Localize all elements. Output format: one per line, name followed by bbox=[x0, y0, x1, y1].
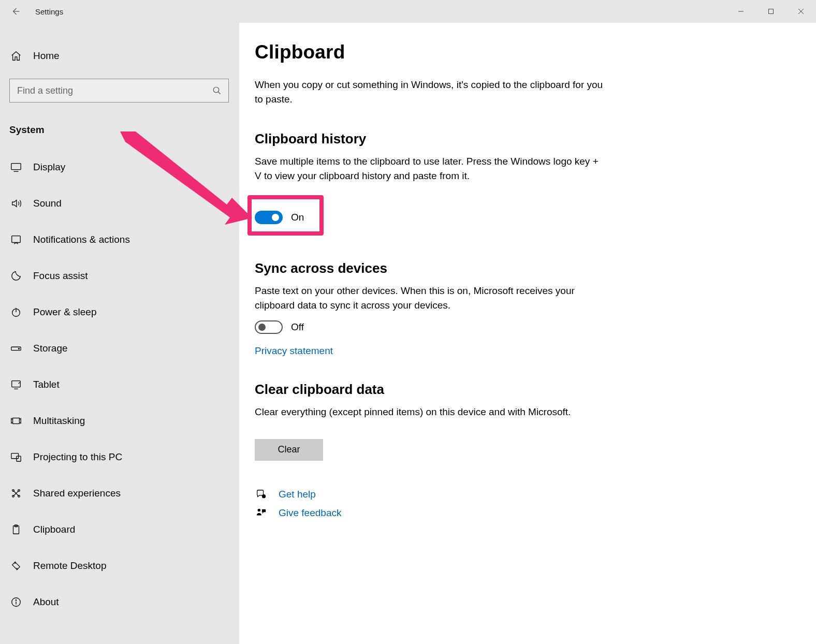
clear-desc: Clear everything (except pinned items) o… bbox=[255, 405, 607, 419]
svg-line-6 bbox=[218, 92, 221, 94]
svg-line-30 bbox=[15, 562, 20, 567]
help-icon: ? bbox=[255, 489, 267, 500]
storage-icon bbox=[9, 343, 23, 354]
sync-heading: Sync across devices bbox=[255, 260, 607, 276]
nav-list: Display Sound Notifications & actions Fo… bbox=[0, 149, 239, 620]
window-minimize-button[interactable] bbox=[726, 0, 756, 23]
back-arrow-icon bbox=[11, 7, 20, 16]
search-box[interactable] bbox=[9, 79, 229, 103]
sound-icon bbox=[9, 198, 23, 209]
sidebar-item-label: Shared experiences bbox=[33, 488, 121, 499]
sync-toggle[interactable] bbox=[255, 320, 283, 334]
history-toggle[interactable] bbox=[255, 211, 283, 224]
main-content: Clipboard When you copy or cut something… bbox=[239, 23, 816, 644]
sidebar-item-about[interactable]: About bbox=[0, 584, 239, 620]
display-icon bbox=[9, 162, 23, 173]
svg-marker-40 bbox=[263, 512, 264, 514]
svg-line-31 bbox=[12, 565, 17, 569]
sidebar-item-label: Remote Desktop bbox=[33, 560, 107, 572]
sidebar-item-label: Multitasking bbox=[33, 415, 85, 427]
search-icon bbox=[206, 86, 228, 95]
tablet-icon bbox=[9, 379, 23, 390]
sidebar-item-remote-desktop[interactable]: Remote Desktop bbox=[0, 548, 239, 584]
sync-toggle-label: Off bbox=[291, 321, 304, 333]
svg-rect-14 bbox=[12, 381, 21, 387]
notifications-icon bbox=[9, 234, 23, 245]
maximize-icon bbox=[768, 8, 774, 14]
feedback-icon bbox=[255, 507, 267, 519]
sidebar-item-label: Storage bbox=[33, 343, 68, 354]
sidebar: Home System Display bbox=[0, 23, 239, 644]
svg-rect-2 bbox=[769, 9, 774, 14]
page-title: Clipboard bbox=[255, 41, 607, 63]
svg-rect-39 bbox=[262, 509, 266, 512]
give-feedback-label: Give feedback bbox=[279, 507, 341, 519]
sidebar-item-label: Sound bbox=[33, 198, 62, 209]
clear-button[interactable]: Clear bbox=[255, 439, 323, 461]
svg-rect-9 bbox=[12, 236, 21, 243]
category-header: System bbox=[9, 124, 239, 136]
remote-desktop-icon bbox=[9, 560, 23, 572]
sidebar-item-sound[interactable]: Sound bbox=[0, 185, 239, 222]
search-input[interactable] bbox=[10, 85, 206, 96]
sidebar-item-projecting[interactable]: Projecting to this PC bbox=[0, 439, 239, 475]
svg-point-13 bbox=[19, 348, 20, 349]
sidebar-item-tablet[interactable]: Tablet bbox=[0, 367, 239, 403]
sidebar-item-shared-experiences[interactable]: Shared experiences bbox=[0, 475, 239, 511]
sidebar-item-label: Projecting to this PC bbox=[33, 451, 122, 463]
minimize-icon bbox=[738, 8, 744, 14]
svg-rect-7 bbox=[11, 164, 21, 170]
annotation-highlight: On bbox=[247, 195, 324, 236]
sidebar-item-display[interactable]: Display bbox=[0, 149, 239, 185]
home-nav[interactable]: Home bbox=[0, 41, 239, 70]
sidebar-item-notifications[interactable]: Notifications & actions bbox=[0, 222, 239, 258]
get-help-label: Get help bbox=[279, 489, 316, 500]
get-help-link[interactable]: ? Get help bbox=[255, 489, 607, 500]
sidebar-item-label: About bbox=[33, 596, 59, 608]
sidebar-item-label: Display bbox=[33, 162, 65, 173]
projecting-icon bbox=[9, 451, 23, 463]
svg-rect-15 bbox=[13, 418, 20, 424]
sidebar-item-clipboard[interactable]: Clipboard bbox=[0, 511, 239, 548]
history-heading: Clipboard history bbox=[255, 131, 607, 147]
titlebar: Settings bbox=[0, 0, 816, 23]
svg-point-5 bbox=[213, 87, 219, 93]
close-icon bbox=[798, 8, 804, 14]
sidebar-item-focus-assist[interactable]: Focus assist bbox=[0, 258, 239, 294]
intro-text: When you copy or cut something in Window… bbox=[255, 78, 607, 106]
multitasking-icon bbox=[9, 415, 23, 427]
sidebar-item-label: Clipboard bbox=[33, 524, 75, 535]
about-icon bbox=[9, 596, 23, 608]
focus-assist-icon bbox=[9, 270, 23, 282]
sidebar-item-power-sleep[interactable]: Power & sleep bbox=[0, 294, 239, 330]
app-title: Settings bbox=[35, 7, 63, 16]
power-icon bbox=[9, 306, 23, 318]
svg-point-38 bbox=[258, 509, 261, 512]
privacy-statement-link[interactable]: Privacy statement bbox=[255, 345, 333, 357]
history-desc: Save multiple items to the clipboard to … bbox=[255, 154, 607, 183]
sidebar-item-label: Tablet bbox=[33, 379, 60, 390]
history-toggle-label: On bbox=[291, 212, 304, 223]
clear-heading: Clear clipboard data bbox=[255, 382, 607, 398]
shared-experiences-icon bbox=[9, 488, 23, 499]
svg-point-34 bbox=[16, 600, 16, 601]
sidebar-item-multitasking[interactable]: Multitasking bbox=[0, 403, 239, 439]
window-close-button[interactable] bbox=[786, 0, 816, 23]
sidebar-item-storage[interactable]: Storage bbox=[0, 330, 239, 367]
svg-text:?: ? bbox=[263, 495, 265, 498]
sync-desc: Paste text on your other devices. When t… bbox=[255, 284, 607, 312]
back-button[interactable] bbox=[0, 0, 31, 23]
give-feedback-link[interactable]: Give feedback bbox=[255, 507, 607, 519]
home-icon bbox=[9, 50, 23, 62]
sidebar-item-label: Power & sleep bbox=[33, 306, 97, 318]
window-maximize-button[interactable] bbox=[756, 0, 786, 23]
clipboard-icon bbox=[9, 524, 23, 535]
home-label: Home bbox=[33, 50, 60, 62]
sidebar-item-label: Focus assist bbox=[33, 270, 88, 282]
sidebar-item-label: Notifications & actions bbox=[33, 234, 130, 245]
